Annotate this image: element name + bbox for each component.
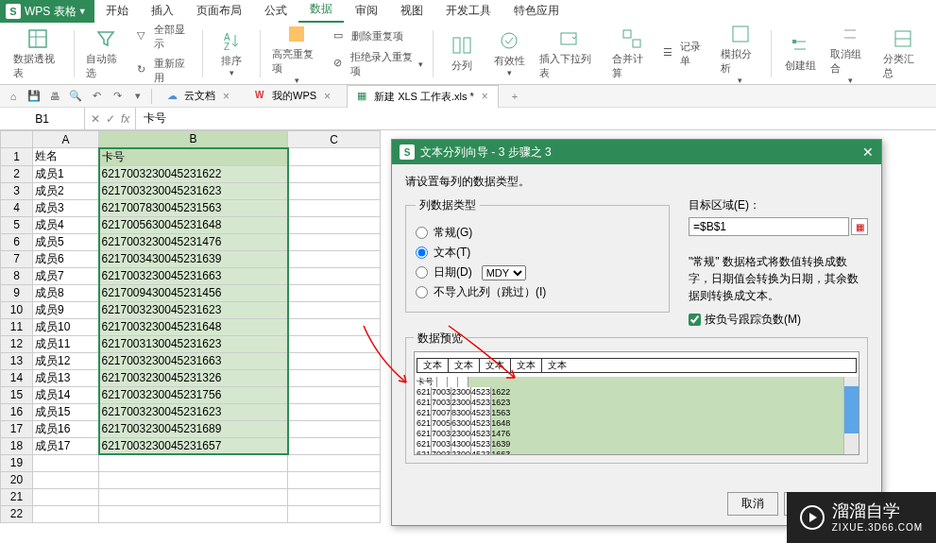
cell[interactable]: 成员14 [33, 386, 99, 403]
cell[interactable]: 成员13 [33, 369, 99, 386]
cell[interactable]: 6217005630045231648 [99, 216, 288, 233]
tab-page-layout[interactable]: 页面布局 [185, 0, 253, 23]
radio-skip[interactable]: 不导入此列（跳过）(I) [416, 284, 659, 300]
row-header[interactable]: 18 [1, 437, 33, 454]
preview-scrollbar[interactable] [843, 377, 859, 454]
cell[interactable] [288, 454, 381, 471]
cell[interactable]: 成员4 [33, 216, 99, 233]
cell[interactable] [288, 284, 381, 301]
showall-button[interactable]: ▽全部显示 [133, 21, 196, 53]
row-header[interactable]: 1 [1, 148, 33, 166]
cell[interactable] [288, 267, 381, 284]
tab-formula[interactable]: 公式 [253, 0, 298, 23]
preview-icon[interactable]: 🔍 [68, 89, 83, 104]
group-button[interactable]: 创建组 [777, 26, 823, 81]
home-icon[interactable]: ⌂ [6, 89, 21, 104]
row-header[interactable]: 10 [1, 301, 33, 318]
subtotal-button[interactable]: 分类汇总 [877, 26, 928, 81]
preview-pane[interactable]: 文本 文本 文本 文本 文本 卡号 6217003230045231622 62… [414, 351, 859, 455]
cell[interactable] [288, 471, 381, 488]
cell[interactable]: 成员7 [33, 267, 99, 284]
cell[interactable]: 成员8 [33, 284, 99, 301]
cell[interactable] [288, 386, 381, 403]
name-box[interactable]: B1 [0, 108, 85, 129]
cell[interactable]: 成员3 [33, 199, 99, 216]
cell[interactable]: 6217003430045231639 [99, 250, 288, 267]
reapply-button[interactable]: ↻重新应用 [133, 55, 196, 87]
cancel-fx-icon[interactable]: ✕ [91, 112, 100, 126]
row-header[interactable]: 3 [1, 182, 33, 199]
cell[interactable] [288, 216, 381, 233]
cell[interactable]: 成员10 [33, 318, 99, 335]
cell[interactable] [33, 471, 99, 488]
row-header[interactable]: 22 [1, 505, 33, 522]
cell[interactable]: 成员17 [33, 437, 99, 454]
accept-fx-icon[interactable]: ✓ [106, 112, 115, 126]
track-negative-checkbox[interactable]: 按负号跟踪负数(M) [689, 312, 868, 328]
cell[interactable]: 6217003130045231623 [99, 335, 288, 352]
tab-review[interactable]: 审阅 [344, 0, 389, 23]
cell[interactable] [288, 318, 381, 335]
record-list-button[interactable]: ☰记录单 [659, 38, 713, 70]
date-format-select[interactable]: MDY [482, 265, 526, 280]
validation-button[interactable]: 有效性▾ [486, 26, 532, 81]
cell[interactable] [288, 369, 381, 386]
print-icon[interactable]: 🖶 [47, 89, 62, 104]
tab-start[interactable]: 开始 [94, 0, 140, 23]
cell[interactable] [33, 488, 99, 505]
doctab-xls[interactable]: ▦ 新建 XLS 工作表.xls * × [347, 85, 499, 108]
radio-date[interactable]: 日期(D) MDY [416, 264, 659, 280]
cell[interactable]: 成员2 [33, 182, 99, 199]
row-header[interactable]: 6 [1, 233, 33, 250]
row-header[interactable]: 16 [1, 403, 33, 420]
close-icon[interactable]: × [223, 90, 230, 103]
dialog-titlebar[interactable]: S 文本分列向导 - 3 步骤之 3 ✕ [392, 140, 881, 164]
cell[interactable]: 6217003230045231689 [99, 420, 288, 437]
close-icon[interactable]: × [324, 90, 331, 103]
cell[interactable] [288, 335, 381, 352]
cell[interactable] [99, 471, 288, 488]
cell[interactable]: 卡号 [99, 148, 288, 166]
sort-button[interactable]: AZ 排序▾ [209, 26, 254, 81]
col-header-c[interactable]: C [288, 131, 381, 148]
pivot-button[interactable]: 数据透视表 [8, 26, 68, 81]
cell[interactable] [288, 233, 381, 250]
row-header[interactable]: 2 [1, 165, 33, 182]
cell[interactable] [288, 420, 381, 437]
row-header[interactable]: 13 [1, 352, 33, 369]
row-header[interactable]: 4 [1, 199, 33, 216]
tab-special[interactable]: 特色应用 [502, 0, 570, 23]
cell[interactable]: 成员6 [33, 250, 99, 267]
dialog-close-icon[interactable]: ✕ [862, 144, 874, 160]
cell[interactable]: 成员9 [33, 301, 99, 318]
row-header[interactable]: 11 [1, 318, 33, 335]
tab-insert[interactable]: 插入 [140, 0, 185, 23]
cell[interactable]: 成员16 [33, 420, 99, 437]
cell[interactable]: 成员1 [33, 165, 99, 182]
cell[interactable] [288, 199, 381, 216]
tab-dev[interactable]: 开发工具 [434, 0, 502, 23]
col-header-b[interactable]: B [99, 131, 288, 148]
cell[interactable] [288, 250, 381, 267]
target-input[interactable] [689, 217, 849, 236]
range-picker-icon[interactable]: ▦ [851, 218, 868, 235]
row-header[interactable]: 7 [1, 250, 33, 267]
add-tab-button[interactable]: + [504, 87, 525, 106]
cell[interactable] [288, 148, 381, 166]
cell[interactable]: 成员15 [33, 403, 99, 420]
cell[interactable] [33, 505, 99, 522]
radio-general[interactable]: 常规(G) [416, 225, 659, 241]
col-header-a[interactable]: A [33, 131, 99, 148]
cell[interactable] [288, 403, 381, 420]
cell[interactable] [288, 301, 381, 318]
row-header[interactable]: 20 [1, 471, 33, 488]
save-icon[interactable]: 💾 [26, 89, 42, 104]
reject-dup-button[interactable]: ⊘拒绝录入重复项▾ [330, 48, 428, 80]
doctab-wps[interactable]: W 我的WPS × [246, 85, 341, 107]
row-header[interactable]: 17 [1, 420, 33, 437]
cell[interactable] [99, 454, 288, 471]
remove-dup-button[interactable]: ▭删除重复项 [330, 27, 428, 46]
cell[interactable]: 6217003230045231623 [99, 403, 288, 420]
cell[interactable]: 6217003230045231326 [99, 369, 288, 386]
cell[interactable]: 6217003230045231623 [99, 182, 288, 199]
